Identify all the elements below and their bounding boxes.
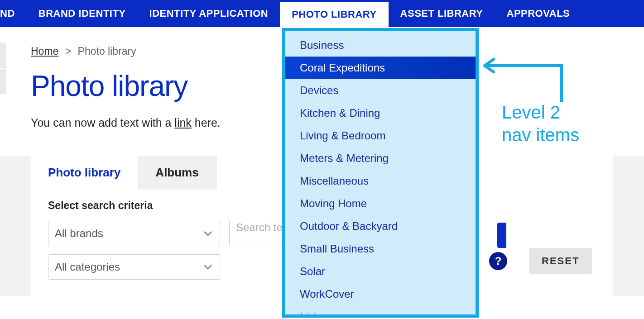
top-nav: ND BRAND IDENTITY IDENTITY APPLICATION P… xyxy=(0,0,644,27)
dropdown-item-business[interactable]: Business xyxy=(285,34,476,57)
dropdown-item-small-business[interactable]: Small Business xyxy=(285,238,476,260)
right-controls: ? RESET xyxy=(489,248,592,274)
categories-value: All categories xyxy=(55,261,120,273)
dropdown-item-living-partial[interactable]: Living xyxy=(285,305,476,318)
nav-item-identity-application[interactable]: IDENTITY APPLICATION xyxy=(138,0,280,27)
nav-item-approvals[interactable]: APPROVALS xyxy=(495,0,582,27)
breadcrumb-current: Photo library xyxy=(78,45,136,57)
reset-button[interactable]: RESET xyxy=(529,248,592,274)
nav-item-photo-library[interactable]: PHOTO LIBRARY xyxy=(280,2,388,27)
nav-item-brand-identity[interactable]: BRAND IDENTITY xyxy=(27,0,138,27)
annotation: Level 2 nav items xyxy=(480,48,566,79)
tab-albums[interactable]: Albums xyxy=(138,156,216,190)
dropdown-item-devices[interactable]: Devices xyxy=(285,79,476,102)
breadcrumb-home[interactable]: Home xyxy=(31,45,58,57)
breadcrumb-sep: > xyxy=(65,45,71,57)
dropdown-item-moving-home[interactable]: Moving Home xyxy=(285,192,476,215)
dropdown-list: Business Coral Expeditions Devices Kitch… xyxy=(285,31,476,318)
chevron-down-icon xyxy=(202,262,213,272)
categories-select[interactable]: All categories xyxy=(48,254,220,280)
tab-photo-library[interactable]: Photo library xyxy=(31,156,138,190)
dropdown-item-living-bedroom[interactable]: Living & Bedroom xyxy=(285,124,476,147)
brands-value: All brands xyxy=(55,227,103,240)
brands-select[interactable]: All brands xyxy=(48,221,220,246)
arrow-icon xyxy=(480,48,566,79)
intro-post: here. xyxy=(192,116,221,129)
dropdown-item-outdoor-backyard[interactable]: Outdoor & Backyard xyxy=(285,215,476,238)
nav-item-cutoff[interactable]: ND xyxy=(0,0,27,27)
left-stub-2 xyxy=(0,69,6,94)
nav-item-asset-library[interactable]: ASSET LIBRARY xyxy=(389,0,495,27)
dropdown-item-coral-expeditions[interactable]: Coral Expeditions xyxy=(285,57,476,79)
dropdown-item-kitchen-dining[interactable]: Kitchen & Dining xyxy=(285,102,476,124)
dropdown-item-miscellaneous[interactable]: Miscellaneous xyxy=(285,170,476,192)
annotation-line2: nav items xyxy=(502,124,579,146)
dropdown-item-meters-metering[interactable]: Meters & Metering xyxy=(285,147,476,170)
chevron-down-icon xyxy=(202,228,213,239)
level2-dropdown: Business Coral Expeditions Devices Kitch… xyxy=(282,28,479,318)
search-button-fragment[interactable] xyxy=(497,223,506,248)
annotation-line1: Level 2 xyxy=(502,101,579,124)
help-icon[interactable]: ? xyxy=(489,252,507,270)
intro-link[interactable]: link xyxy=(174,116,192,129)
left-stub-1 xyxy=(0,43,6,68)
intro-pre: You can now add text with a xyxy=(31,116,174,129)
annotation-text: Level 2 nav items xyxy=(502,101,579,146)
dropdown-item-solar[interactable]: Solar xyxy=(285,260,476,283)
dropdown-item-workcover[interactable]: WorkCover xyxy=(285,283,476,305)
